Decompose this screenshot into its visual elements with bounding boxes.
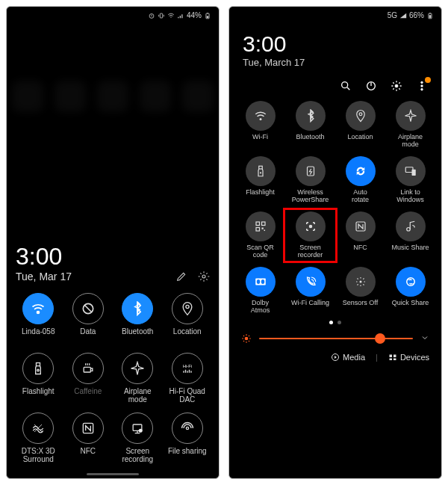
svg-point-8 [186, 305, 189, 308]
qs-tile-dolby[interactable]: Dolby Atmos [237, 267, 284, 315]
musicshare-icon[interactable] [396, 211, 426, 241]
qs-tile-nfc[interactable]: NFC [66, 413, 111, 463]
svg-rect-36 [261, 228, 263, 229]
qs-tile-location[interactable]: Location [337, 101, 384, 149]
qs-tile-linkwin[interactable]: Link to Windows [387, 156, 434, 204]
qs-tile-screenrec[interactable]: Screen recording [115, 413, 161, 463]
qs-tile-hifi[interactable]: Hi-FiHi-Fi Quad DAC [165, 353, 211, 404]
qs-tile-qrcode[interactable]: Scan QR code [237, 211, 284, 259]
qs-tile-wificall[interactable]: Wi-Fi Calling [287, 267, 334, 315]
bluetooth-icon[interactable] [122, 293, 153, 324]
qs-tile-caffeine[interactable]: Caffeine [66, 353, 111, 404]
svg-point-46 [245, 337, 249, 341]
autorotate-icon[interactable] [346, 156, 376, 186]
qs-label: Bluetooth [296, 134, 324, 149]
screenrec-icon[interactable] [122, 413, 153, 444]
qs-label: File sharing [168, 447, 207, 463]
qs-label: Airplane mode [124, 387, 152, 404]
qs-label: Data [80, 327, 96, 344]
qs-label: Location [347, 134, 373, 149]
screenrec-icon[interactable] [296, 211, 326, 241]
brightness-expand[interactable] [420, 332, 429, 345]
brightness-icon [241, 333, 252, 344]
qs-tile-dtsx[interactable]: DTS:X 3D Surround [16, 413, 61, 463]
nfc-icon[interactable] [346, 211, 376, 241]
qs-tile-location[interactable]: Location [165, 293, 211, 344]
quickshare-icon[interactable] [396, 267, 426, 297]
airplane-icon[interactable] [122, 353, 153, 384]
svg-point-42 [256, 279, 260, 284]
qrcode-icon[interactable] [246, 211, 276, 241]
linkwin-icon[interactable] [396, 156, 426, 186]
airplane-icon[interactable] [396, 101, 426, 131]
qs-tile-bluetooth[interactable]: Bluetooth [115, 293, 161, 344]
qs-label: Quick Share [392, 300, 429, 315]
qs-tile-bluetooth[interactable]: Bluetooth [287, 101, 334, 149]
qs-tile-flashlight[interactable]: Flashlight [237, 156, 284, 204]
svg-point-20 [342, 82, 348, 88]
qs-tile-powershare[interactable]: Wireless PowerShare [287, 156, 334, 204]
nfc-icon[interactable] [72, 413, 104, 444]
status-bar-left: 44% [7, 7, 219, 24]
bluetooth-icon[interactable] [296, 101, 326, 131]
qs-tile-fileshare[interactable]: File sharing [165, 413, 211, 463]
flashlight-icon[interactable] [246, 156, 276, 186]
powershare-icon[interactable] [296, 156, 326, 186]
dolby-icon[interactable] [246, 267, 276, 297]
devices-button[interactable]: Devices [388, 353, 429, 362]
svg-point-25 [421, 88, 423, 90]
search-icon[interactable] [340, 80, 352, 92]
data-icon[interactable] [72, 293, 104, 324]
qs-label: Linda-058 [22, 327, 55, 344]
hifi-icon[interactable]: Hi-Fi [172, 353, 203, 384]
caffeine-icon[interactable] [72, 353, 104, 384]
power-icon[interactable] [365, 80, 377, 92]
svg-rect-35 [256, 228, 260, 232]
svg-rect-4 [207, 13, 208, 13]
qs-tile-airplane[interactable]: Airplane mode [115, 353, 161, 404]
flashlight-icon[interactable] [22, 353, 54, 384]
dtsx-icon[interactable] [22, 413, 54, 444]
qs-label: Flashlight [246, 189, 275, 204]
qs-tile-nfc[interactable]: NFC [337, 211, 384, 259]
qs-tile-sensorsoff[interactable]: Sensors Off [337, 267, 384, 315]
gear-icon[interactable] [391, 80, 402, 92]
qs-tile-wifi[interactable]: Wi-Fi [237, 101, 284, 149]
gear-icon[interactable] [198, 271, 210, 282]
svg-point-27 [359, 113, 362, 116]
wificall-icon[interactable] [296, 267, 326, 297]
wifi-icon[interactable] [246, 101, 276, 131]
notification-badge [425, 77, 431, 83]
qs-label: Sensors Off [343, 300, 378, 315]
wifi-icon[interactable] [22, 293, 54, 324]
qs-tile-autorotate[interactable]: Auto rotate [337, 156, 384, 204]
alarm-icon [148, 12, 155, 19]
fileshare-icon[interactable] [172, 413, 203, 444]
qs-tile-screenrec[interactable]: Screen recorder [283, 208, 337, 263]
qs-tile-musicshare[interactable]: Music Share [387, 211, 434, 259]
media-button[interactable]: Media [331, 353, 365, 362]
qs-tile-data[interactable]: Data [66, 293, 111, 344]
qs-label: Wireless PowerShare [292, 189, 329, 204]
qs-label: Dolby Atmos [251, 300, 270, 315]
svg-point-5 [202, 275, 205, 278]
svg-point-16 [186, 427, 188, 429]
qs-tile-wifi[interactable]: Linda-058 [16, 293, 61, 344]
qs-label: Screen recorder [298, 244, 323, 259]
qs-tile-flashlight[interactable]: Flashlight [16, 353, 61, 404]
qs-tile-quickshare[interactable]: Quick Share [387, 267, 434, 315]
qs-label: Link to Windows [396, 189, 424, 204]
location-icon[interactable] [172, 293, 203, 324]
qs-label: Flashlight [22, 387, 55, 404]
brightness-slider[interactable] [229, 324, 441, 350]
edit-icon[interactable] [175, 271, 187, 282]
qs-tile-airplane[interactable]: Airplane mode [387, 101, 434, 149]
sensorsoff-icon[interactable] [346, 267, 376, 297]
more-icon[interactable] [416, 80, 428, 92]
brightness-thumb[interactable] [375, 333, 385, 344]
location-icon[interactable] [346, 101, 376, 131]
brightness-track[interactable] [259, 338, 413, 339]
separator: | [376, 353, 378, 362]
nav-handle[interactable] [87, 473, 139, 475]
network-label: 5G [388, 11, 397, 19]
